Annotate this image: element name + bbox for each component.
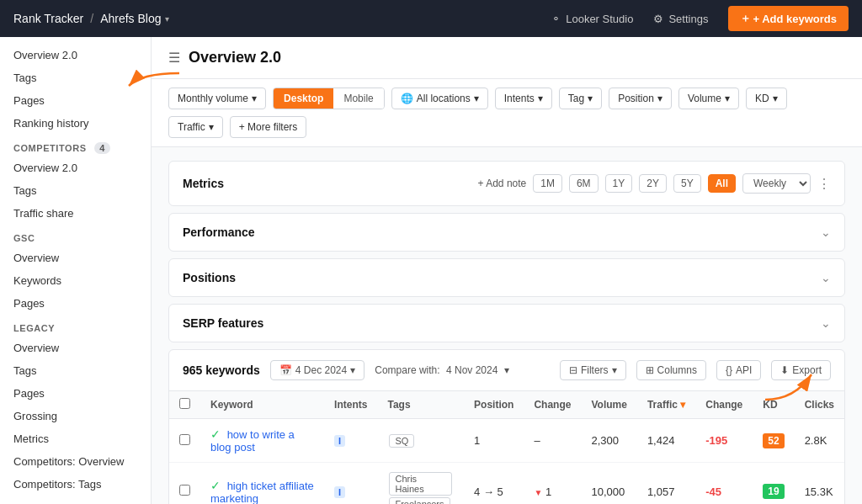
keywords-area: 965 keywords 📅 4 Dec 2024 ▾ Compare with… — [168, 349, 845, 504]
row1-checkbox[interactable] — [179, 434, 190, 445]
performance-section: Performance ⌄ — [168, 213, 845, 252]
positions-section: Positions ⌄ — [168, 258, 845, 297]
sidebar-item-gsc-keywords[interactable]: Keywords — [0, 269, 151, 292]
sidebar-item-legacy-pages[interactable]: Pages — [0, 382, 151, 405]
row2-kd-cell: 19 — [753, 463, 794, 505]
sidebar-item-competitors-tags[interactable]: Tags — [0, 179, 151, 202]
row1-traffic-change-cell: -195 — [695, 419, 753, 463]
project-chevron-icon[interactable]: ▾ — [165, 14, 169, 24]
time-6m-button[interactable]: 6M — [569, 174, 599, 193]
time-5y-button[interactable]: 5Y — [673, 174, 701, 193]
sidebar-item-pages-main[interactable]: Pages — [0, 89, 151, 112]
row2-traffic-cell: 1,057 — [637, 463, 695, 505]
row2-checkbox[interactable] — [179, 485, 190, 496]
sidebar-item-competitors-overview-legacy[interactable]: Competitors: Overview — [0, 450, 151, 473]
row1-volume-cell: 2,300 — [581, 419, 636, 463]
time-2y-button[interactable]: 2Y — [639, 174, 667, 193]
desktop-button[interactable]: Desktop — [274, 88, 333, 109]
sidebar-item-metrics[interactable]: Metrics — [0, 427, 151, 450]
volume-filter[interactable]: Volume ▾ — [678, 88, 739, 109]
sidebar-item-ranking-history[interactable]: Ranking history — [0, 112, 151, 135]
kd-column-header: KD — [753, 391, 794, 419]
metrics-section-header[interactable]: Metrics + Add note 1M 6M 1Y 2Y 5Y All We… — [169, 162, 844, 205]
keywords-table: Keyword Intents Tags Position Change Vol… — [169, 391, 844, 504]
add-note-button[interactable]: + Add note — [478, 178, 527, 189]
looker-icon: ⚬ — [551, 13, 561, 25]
keyword-column-header[interactable]: Keyword — [200, 391, 324, 419]
sidebar-item-overview-main[interactable]: Overview 2.0 — [0, 44, 151, 66]
sidebar-item-competitors-overview[interactable]: Overview 2.0 — [0, 157, 151, 179]
add-keywords-button[interactable]: ＋ + Add keywords — [728, 6, 849, 31]
intents-filter[interactable]: Intents ▾ — [495, 88, 552, 109]
performance-section-header[interactable]: Performance ⌄ — [169, 214, 844, 251]
serp-title: SERP features — [183, 316, 263, 330]
positions-chevron-icon: ⌄ — [821, 271, 831, 284]
tags-column-header: Tags — [377, 391, 464, 419]
filters-button[interactable]: ⊟ Filters ▾ — [560, 360, 626, 380]
kd-filter[interactable]: KD ▾ — [746, 88, 787, 109]
position-filter[interactable]: Position ▾ — [609, 88, 672, 109]
metrics-more-icon[interactable]: ⋮ — [817, 176, 831, 192]
add-icon: ＋ — [740, 11, 751, 26]
intents-column-header: Intents — [324, 391, 377, 419]
settings-link[interactable]: ⚙ Settings — [653, 13, 708, 25]
period-select[interactable]: Weekly Daily Monthly — [742, 173, 811, 194]
tag-filter[interactable]: Tag ▾ — [559, 88, 602, 109]
legacy-section-label: Legacy — [0, 315, 151, 337]
settings-icon: ⚙ — [653, 13, 663, 25]
row1-kd-badge: 52 — [763, 433, 784, 448]
mobile-button[interactable]: Mobile — [333, 88, 383, 109]
api-icon: {} — [726, 364, 732, 376]
api-button[interactable]: {} API — [716, 360, 761, 380]
date-selector-button[interactable]: 📅 4 Dec 2024 ▾ — [270, 360, 364, 380]
row2-keyword-cell: ✓ high ticket affiliate marketing — [200, 463, 324, 505]
sidebar-item-legacy-tags[interactable]: Tags — [0, 359, 151, 382]
sidebar-item-tags-main[interactable]: Tags — [0, 66, 151, 89]
sidebar-item-grossing[interactable]: Grossing — [0, 405, 151, 427]
serp-chevron-icon: ⌄ — [821, 316, 831, 330]
looker-studio-link[interactable]: ⚬ Looker Studio — [551, 13, 633, 25]
hamburger-icon[interactable]: ☰ — [168, 50, 180, 66]
sidebar-item-gsc-overview[interactable]: Overview — [0, 247, 151, 269]
project-name: Ahrefs Blog — [100, 12, 161, 25]
sidebar-item-traffic-share[interactable]: Traffic share — [0, 202, 151, 225]
row1-keyword-link[interactable]: how to write a blog post — [210, 428, 295, 454]
row1-traffic-cell: 1,424 — [637, 419, 695, 463]
sidebar-item-legacy-overview[interactable]: Overview — [0, 337, 151, 359]
positions-section-header[interactable]: Positions ⌄ — [169, 259, 844, 296]
globe-icon: 🌐 — [401, 93, 413, 104]
columns-icon: ⊞ — [646, 364, 654, 376]
time-1m-button[interactable]: 1M — [533, 174, 562, 193]
device-selector: Desktop Mobile — [273, 88, 385, 109]
sidebar-item-competitors-tags-legacy[interactable]: Competitors: Tags — [0, 473, 151, 496]
row2-tag1-badge: Chris Haines — [389, 472, 452, 496]
traffic-filter[interactable]: Traffic ▾ — [168, 116, 223, 138]
all-locations-filter[interactable]: 🌐 All locations ▾ — [391, 88, 488, 109]
row1-intent-cell: I — [324, 419, 377, 463]
sidebar-item-gsc-pages[interactable]: Pages — [0, 292, 151, 315]
volume-column-header: Volume — [581, 391, 636, 419]
columns-button[interactable]: ⊞ Columns — [636, 360, 706, 380]
time-all-button[interactable]: All — [708, 174, 736, 193]
row1-traffic-change: -195 — [705, 434, 727, 447]
select-all-checkbox[interactable] — [179, 398, 190, 409]
more-filters-button[interactable]: + More filters — [230, 116, 307, 138]
kd-chevron-icon: ▾ — [773, 93, 778, 104]
serp-section-header[interactable]: SERP features ⌄ — [169, 305, 844, 342]
row2-position-cell: 4 → 5 — [464, 463, 524, 505]
monthly-volume-filter[interactable]: Monthly volume ▾ — [168, 88, 266, 109]
row2-keyword-link[interactable]: high ticket affiliate marketing — [210, 480, 314, 505]
keywords-count: 965 keywords — [183, 363, 260, 377]
filter-icon: ⊟ — [569, 364, 577, 376]
app-name: Rank Tracker — [13, 12, 83, 25]
top-navigation: Rank Tracker / Ahrefs Blog ▾ ⚬ Looker St… — [0, 0, 862, 37]
change-column-header: Change — [524, 391, 581, 419]
position-column-header[interactable]: Position — [464, 391, 524, 419]
export-button[interactable]: ⬇ Export — [771, 360, 831, 380]
calendar-icon: 📅 — [279, 364, 292, 376]
keywords-toolbar: 965 keywords 📅 4 Dec 2024 ▾ Compare with… — [169, 350, 844, 391]
time-1y-button[interactable]: 1Y — [605, 174, 633, 193]
filter-bar: Monthly volume ▾ Desktop Mobile 🌐 All lo… — [152, 79, 862, 147]
sort-icon: ▾ — [680, 399, 685, 411]
traffic-column-header[interactable]: Traffic ▾ — [637, 391, 695, 419]
